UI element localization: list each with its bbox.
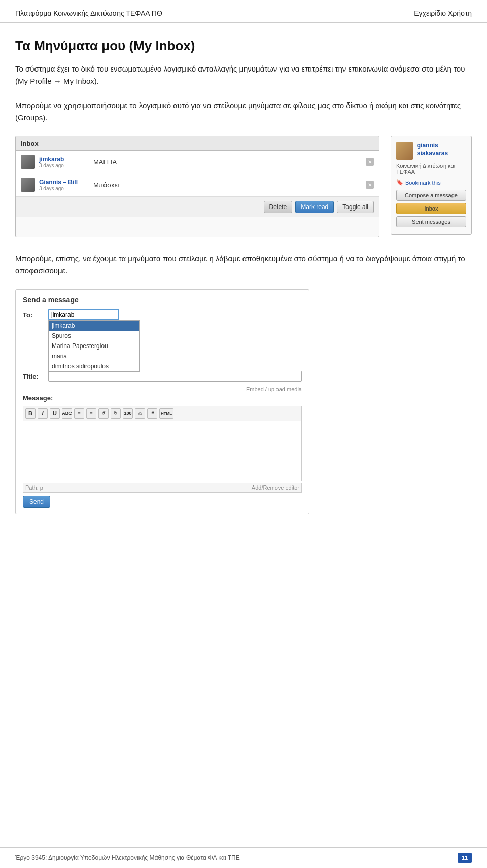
bold-button[interactable]: B: [25, 408, 36, 419]
avatar: [21, 155, 35, 169]
page-header: Πλατφόρμα Κοινωνικής Δικτύωσης ΤΕΦΑΑ ΠΘ …: [0, 0, 487, 23]
bookmark-icon: 🔖: [396, 179, 403, 186]
dropdown-item[interactable]: jimkarab: [49, 321, 139, 331]
embed-upload-link[interactable]: Embed / upload media: [23, 386, 302, 392]
avatar: [396, 142, 413, 160]
inbox-button[interactable]: Inbox: [396, 203, 466, 214]
to-label: To:: [23, 311, 48, 319]
italic-button[interactable]: I: [38, 408, 48, 419]
title-input[interactable]: [48, 371, 302, 382]
title-label: Title:: [23, 373, 48, 380]
intro-paragraph: Το σύστημα έχει το δικό του ενσωματωμένο…: [15, 63, 472, 87]
footer-text: Έργο 3945: Δημιουργία Υποδομών Ηλεκτρονι…: [15, 854, 240, 861]
sidebar-info: Κοινωνική Δικτύωση και ΤΕΦΑΑ: [396, 163, 466, 175]
inbox-actions: Delete Mark read Toggle all: [16, 196, 379, 217]
avatar: [21, 178, 35, 192]
sidebar-username[interactable]: giannis siakavaras: [417, 142, 466, 157]
sender-name[interactable]: Giannis – Bill: [39, 179, 80, 186]
inbox-panel: Inbox jimkarab 3 days ago MALLIA ✕: [15, 136, 379, 237]
redo-button[interactable]: ↻: [111, 408, 121, 419]
subject-text[interactable]: MALLIA: [93, 158, 117, 166]
main-content: Τα Μηνύματα μου (My Inbox) Το σύστημα έχ…: [0, 23, 487, 540]
subject-text[interactable]: Μπάσκετ: [93, 181, 120, 189]
to-select-wrapper: jimkarab Spuros Marina Papestergiou mari…: [48, 309, 302, 320]
emoji-button[interactable]: ☺: [135, 408, 145, 419]
message-subject: MALLIA: [84, 158, 362, 166]
sender-time: 3 days ago: [39, 163, 80, 168]
editor-toolbar: B I U ABC ≡ ≡ ↺ ↻ 100 ☺ ❝ HTML: [23, 406, 302, 421]
dropdown-item[interactable]: Spuros: [49, 331, 139, 341]
dropdown-item[interactable]: Marina Papestergiou: [49, 341, 139, 351]
undo-button[interactable]: ↺: [98, 408, 109, 419]
unordered-list-button[interactable]: ≡: [74, 408, 84, 419]
ordered-list-button[interactable]: ≡: [86, 408, 96, 419]
message-label-row: Message:: [23, 394, 302, 402]
send-message-section: Send a message To: jimkarab Spuros Marin…: [15, 289, 309, 514]
html-button[interactable]: HTML: [159, 408, 173, 419]
compose-message-button[interactable]: Compose a message: [396, 190, 466, 201]
row-checkbox[interactable]: [84, 159, 90, 165]
avatar-image: [21, 155, 35, 169]
close-button[interactable]: ✕: [366, 158, 374, 166]
delete-button[interactable]: Delete: [264, 201, 293, 213]
sender-info: Giannis – Bill 3 days ago: [39, 179, 80, 191]
body-text-2: Μπορούμε, επίσης, να έχουμε τα μηνύματα …: [15, 253, 472, 277]
sent-messages-button[interactable]: Sent messages: [396, 216, 466, 227]
add-remove-editor-link[interactable]: Add/Remove editor: [252, 484, 299, 491]
message-subject: Μπάσκετ: [84, 181, 362, 189]
table-row: Giannis – Bill 3 days ago Μπάσκετ ✕: [16, 173, 379, 196]
dropdown-item[interactable]: dimitrios sidiropoulos: [49, 361, 139, 371]
user-sidebar: giannis siakavaras Κοινωνική Δικτύωση κα…: [391, 136, 472, 235]
bookmark-link[interactable]: 🔖 Bookmark this: [396, 179, 466, 186]
page-footer: Έργο 3945: Δημιουργία Υποδομών Ηλεκτρονι…: [0, 847, 487, 868]
body-text-1: Μπορούμε να χρησιμοποιήσουμε το λογισμικ…: [15, 99, 472, 124]
underline-button[interactable]: U: [50, 408, 60, 419]
message-editor[interactable]: [23, 421, 302, 481]
strikethrough-button[interactable]: ABC: [62, 408, 72, 419]
zoom-button[interactable]: 100: [123, 408, 133, 419]
quote-button[interactable]: ❝: [147, 408, 157, 419]
table-row: jimkarab 3 days ago MALLIA ✕: [16, 151, 379, 173]
header-right: Εγχειρίδιο Χρήστη: [414, 9, 472, 17]
footer-badge: 11: [458, 853, 472, 863]
row-checkbox[interactable]: [84, 182, 90, 188]
dropdown-item[interactable]: maria: [49, 351, 139, 361]
sidebar-user-header: giannis siakavaras: [396, 142, 466, 160]
mark-read-button[interactable]: Mark read: [295, 201, 334, 213]
to-row: To: jimkarab Spuros Marina Papestergiou …: [23, 309, 302, 320]
editor-footer: Path: p Add/Remove editor: [23, 483, 302, 493]
send-message-title: Send a message: [23, 296, 302, 304]
sender-name[interactable]: jimkarab: [39, 156, 80, 163]
message-label: Message:: [23, 394, 48, 402]
inbox-section: Inbox jimkarab 3 days ago MALLIA ✕: [15, 136, 472, 237]
page-title: Τα Μηνύματα μου (My Inbox): [15, 38, 472, 54]
send-button[interactable]: Send: [23, 496, 50, 508]
avatar-image: [21, 178, 35, 192]
header-left: Πλατφόρμα Κοινωνικής Δικτύωσης ΤΕΦΑΑ ΠΘ: [15, 9, 162, 17]
sender-info: jimkarab 3 days ago: [39, 156, 80, 168]
path-indicator: Path: p: [25, 484, 43, 491]
inbox-box: Inbox jimkarab 3 days ago MALLIA ✕: [15, 136, 379, 237]
sender-time: 3 days ago: [39, 186, 80, 191]
recipient-dropdown[interactable]: jimkarab Spuros Marina Papestergiou mari…: [48, 320, 140, 372]
close-button[interactable]: ✕: [366, 181, 374, 189]
to-input[interactable]: [48, 309, 119, 320]
title-row: Title:: [23, 371, 302, 382]
toggle-all-button[interactable]: Toggle all: [337, 201, 374, 213]
inbox-header: Inbox: [16, 136, 379, 151]
